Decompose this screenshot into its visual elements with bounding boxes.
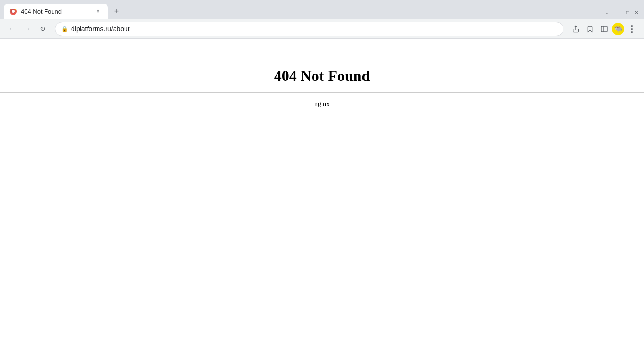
- title-bar: 404 Not Found × + ⌄ — □ ✕: [0, 0, 644, 19]
- menu-button[interactable]: ⋮: [625, 22, 638, 36]
- address-text: diplatforms.ru/about: [71, 25, 557, 33]
- tab-strip: 404 Not Found × +: [4, 0, 603, 19]
- error-heading: 404 Not Found: [274, 67, 370, 85]
- profile-avatar[interactable]: 🐃: [612, 23, 624, 35]
- svg-rect-3: [601, 26, 607, 32]
- sidebar-icon: [600, 25, 608, 33]
- maximize-button[interactable]: □: [624, 9, 632, 16]
- tab-favicon: [9, 8, 17, 15]
- back-button[interactable]: ←: [6, 22, 19, 36]
- browser-window: 404 Not Found × + ⌄ — □ ✕ ← → ↻ 🔒 diplat…: [0, 0, 644, 357]
- profile-avatar-icon: 🐃: [614, 25, 623, 33]
- share-icon: [572, 25, 580, 33]
- close-button[interactable]: ✕: [633, 9, 640, 16]
- forward-button[interactable]: →: [21, 22, 34, 36]
- svg-point-2: [12, 10, 15, 13]
- toolbar-actions: 🐃 ⋮: [569, 22, 638, 36]
- minimize-button[interactable]: —: [616, 9, 623, 16]
- toolbar: ← → ↻ 🔒 diplatforms.ru/about: [0, 19, 644, 39]
- error-divider: [0, 92, 644, 93]
- error-server: nginx: [314, 100, 330, 108]
- tab-close-button[interactable]: ×: [94, 7, 102, 16]
- error-page: 404 Not Found nginx: [0, 39, 644, 108]
- bookmark-button[interactable]: [583, 22, 597, 36]
- window-controls: ⌄ — □ ✕: [603, 9, 640, 19]
- bookmark-icon: [586, 25, 594, 33]
- active-tab[interactable]: 404 Not Found ×: [4, 4, 108, 19]
- sidebar-button[interactable]: [598, 22, 611, 36]
- lock-icon: 🔒: [61, 26, 68, 32]
- share-button[interactable]: [569, 22, 582, 36]
- page-content: 404 Not Found nginx: [0, 39, 644, 357]
- tab-title: 404 Not Found: [21, 8, 90, 15]
- tab-search-button[interactable]: ⌄: [603, 9, 611, 16]
- reload-button[interactable]: ↻: [36, 22, 49, 36]
- menu-icon: ⋮: [627, 24, 636, 34]
- address-bar[interactable]: 🔒 diplatforms.ru/about: [55, 22, 564, 36]
- new-tab-button[interactable]: +: [110, 5, 123, 18]
